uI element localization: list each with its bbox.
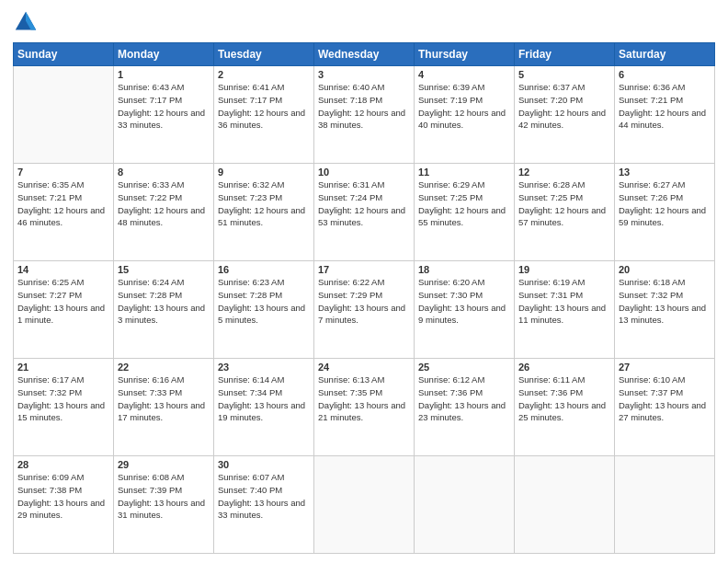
sunrise-text: Sunrise: 6:08 AM bbox=[118, 471, 210, 484]
daylight-text: Daylight: 13 hours and 1 minute. bbox=[17, 302, 109, 327]
sunset-text: Sunset: 7:26 PM bbox=[619, 191, 711, 204]
day-info: Sunrise: 6:32 AMSunset: 7:23 PMDaylight:… bbox=[218, 178, 310, 229]
day-cell: 10Sunrise: 6:31 AMSunset: 7:24 PMDayligh… bbox=[314, 164, 415, 261]
day-cell: 2Sunrise: 6:41 AMSunset: 7:17 PMDaylight… bbox=[214, 66, 314, 164]
day-info: Sunrise: 6:08 AMSunset: 7:39 PMDaylight:… bbox=[118, 471, 210, 522]
week-row-1: 1Sunrise: 6:43 AMSunset: 7:17 PMDaylight… bbox=[14, 66, 715, 164]
daylight-text: Daylight: 12 hours and 36 minutes. bbox=[218, 107, 310, 132]
day-info: Sunrise: 6:10 AMSunset: 7:37 PMDaylight:… bbox=[619, 373, 711, 424]
day-cell bbox=[14, 66, 114, 164]
day-number: 29 bbox=[118, 459, 210, 470]
day-cell: 27Sunrise: 6:10 AMSunset: 7:37 PMDayligh… bbox=[615, 359, 715, 456]
sunset-text: Sunset: 7:27 PM bbox=[17, 289, 109, 302]
sunrise-text: Sunrise: 6:36 AM bbox=[619, 81, 711, 94]
daylight-text: Daylight: 13 hours and 3 minutes. bbox=[118, 302, 210, 327]
daylight-text: Daylight: 13 hours and 15 minutes. bbox=[17, 399, 109, 425]
sunrise-text: Sunrise: 6:18 AM bbox=[619, 276, 711, 289]
daylight-text: Daylight: 12 hours and 53 minutes. bbox=[318, 204, 410, 230]
sunset-text: Sunset: 7:28 PM bbox=[118, 289, 210, 302]
day-cell: 16Sunrise: 6:23 AMSunset: 7:28 PMDayligh… bbox=[214, 261, 314, 359]
day-cell: 29Sunrise: 6:08 AMSunset: 7:39 PMDayligh… bbox=[114, 456, 214, 554]
day-cell bbox=[314, 456, 415, 554]
sunset-text: Sunset: 7:21 PM bbox=[17, 191, 109, 204]
day-info: Sunrise: 6:22 AMSunset: 7:29 PMDaylight:… bbox=[318, 276, 410, 327]
day-info: Sunrise: 6:11 AMSunset: 7:36 PMDaylight:… bbox=[518, 373, 610, 424]
day-info: Sunrise: 6:37 AMSunset: 7:20 PMDaylight:… bbox=[518, 81, 610, 132]
weekday-header-monday: Monday bbox=[114, 43, 214, 66]
day-number: 4 bbox=[418, 69, 510, 80]
sunrise-text: Sunrise: 6:07 AM bbox=[218, 471, 310, 484]
sunrise-text: Sunrise: 6:17 AM bbox=[17, 373, 109, 386]
sunset-text: Sunset: 7:36 PM bbox=[418, 386, 510, 399]
day-cell bbox=[615, 456, 715, 554]
daylight-text: Daylight: 12 hours and 46 minutes. bbox=[17, 204, 109, 230]
sunrise-text: Sunrise: 6:39 AM bbox=[418, 81, 510, 94]
sunset-text: Sunset: 7:39 PM bbox=[118, 484, 210, 497]
day-info: Sunrise: 6:25 AMSunset: 7:27 PMDaylight:… bbox=[17, 276, 109, 327]
day-info: Sunrise: 6:14 AMSunset: 7:34 PMDaylight:… bbox=[218, 373, 310, 424]
day-number: 15 bbox=[118, 264, 210, 275]
page: SundayMondayTuesdayWednesdayThursdayFrid… bbox=[0, 0, 728, 563]
daylight-text: Daylight: 13 hours and 13 minutes. bbox=[619, 302, 711, 327]
day-number: 18 bbox=[418, 264, 510, 275]
sunset-text: Sunset: 7:31 PM bbox=[518, 289, 610, 302]
sunrise-text: Sunrise: 6:29 AM bbox=[418, 178, 510, 191]
day-cell bbox=[415, 456, 515, 554]
logo bbox=[13, 9, 42, 35]
day-cell: 24Sunrise: 6:13 AMSunset: 7:35 PMDayligh… bbox=[314, 359, 415, 456]
day-info: Sunrise: 6:28 AMSunset: 7:25 PMDaylight:… bbox=[518, 178, 610, 229]
day-cell: 14Sunrise: 6:25 AMSunset: 7:27 PMDayligh… bbox=[14, 261, 114, 359]
sunset-text: Sunset: 7:35 PM bbox=[318, 386, 410, 399]
day-info: Sunrise: 6:18 AMSunset: 7:32 PMDaylight:… bbox=[619, 276, 711, 327]
day-info: Sunrise: 6:23 AMSunset: 7:28 PMDaylight:… bbox=[218, 276, 310, 327]
day-number: 8 bbox=[118, 167, 210, 178]
day-cell: 28Sunrise: 6:09 AMSunset: 7:38 PMDayligh… bbox=[14, 456, 114, 554]
sunset-text: Sunset: 7:33 PM bbox=[118, 386, 210, 399]
day-info: Sunrise: 6:41 AMSunset: 7:17 PMDaylight:… bbox=[218, 81, 310, 132]
weekday-header-friday: Friday bbox=[515, 43, 615, 66]
day-number: 25 bbox=[418, 362, 510, 373]
weekday-header-thursday: Thursday bbox=[415, 43, 515, 66]
sunset-text: Sunset: 7:36 PM bbox=[518, 386, 610, 399]
day-info: Sunrise: 6:19 AMSunset: 7:31 PMDaylight:… bbox=[518, 276, 610, 327]
day-cell: 17Sunrise: 6:22 AMSunset: 7:29 PMDayligh… bbox=[314, 261, 415, 359]
day-number: 24 bbox=[318, 362, 410, 373]
day-cell: 15Sunrise: 6:24 AMSunset: 7:28 PMDayligh… bbox=[114, 261, 214, 359]
day-number: 23 bbox=[218, 362, 310, 373]
day-number: 1 bbox=[118, 69, 210, 80]
daylight-text: Daylight: 12 hours and 51 minutes. bbox=[218, 204, 310, 230]
day-info: Sunrise: 6:36 AMSunset: 7:21 PMDaylight:… bbox=[619, 81, 711, 132]
daylight-text: Daylight: 13 hours and 9 minutes. bbox=[418, 302, 510, 327]
day-cell: 19Sunrise: 6:19 AMSunset: 7:31 PMDayligh… bbox=[515, 261, 615, 359]
sunset-text: Sunset: 7:18 PM bbox=[318, 94, 410, 107]
day-number: 22 bbox=[118, 362, 210, 373]
day-number: 2 bbox=[218, 69, 310, 80]
day-number: 21 bbox=[17, 362, 109, 373]
day-number: 6 bbox=[619, 69, 711, 80]
sunset-text: Sunset: 7:19 PM bbox=[418, 94, 510, 107]
daylight-text: Daylight: 12 hours and 42 minutes. bbox=[518, 107, 610, 132]
day-info: Sunrise: 6:33 AMSunset: 7:22 PMDaylight:… bbox=[118, 178, 210, 229]
sunset-text: Sunset: 7:32 PM bbox=[17, 386, 109, 399]
sunset-text: Sunset: 7:23 PM bbox=[218, 191, 310, 204]
sunset-text: Sunset: 7:32 PM bbox=[619, 289, 711, 302]
sunset-text: Sunset: 7:34 PM bbox=[218, 386, 310, 399]
sunrise-text: Sunrise: 6:40 AM bbox=[318, 81, 410, 94]
day-cell: 8Sunrise: 6:33 AMSunset: 7:22 PMDaylight… bbox=[114, 164, 214, 261]
daylight-text: Daylight: 13 hours and 23 minutes. bbox=[418, 399, 510, 425]
sunrise-text: Sunrise: 6:13 AM bbox=[318, 373, 410, 386]
daylight-text: Daylight: 12 hours and 48 minutes. bbox=[118, 204, 210, 230]
weekday-header-wednesday: Wednesday bbox=[314, 43, 415, 66]
day-number: 20 bbox=[619, 264, 711, 275]
day-cell: 23Sunrise: 6:14 AMSunset: 7:34 PMDayligh… bbox=[214, 359, 314, 456]
day-cell: 22Sunrise: 6:16 AMSunset: 7:33 PMDayligh… bbox=[114, 359, 214, 456]
week-row-3: 14Sunrise: 6:25 AMSunset: 7:27 PMDayligh… bbox=[14, 261, 715, 359]
day-info: Sunrise: 6:27 AMSunset: 7:26 PMDaylight:… bbox=[619, 178, 711, 229]
day-number: 16 bbox=[218, 264, 310, 275]
header bbox=[13, 9, 715, 35]
daylight-text: Daylight: 13 hours and 21 minutes. bbox=[318, 399, 410, 425]
daylight-text: Daylight: 12 hours and 57 minutes. bbox=[518, 204, 610, 230]
weekday-header-saturday: Saturday bbox=[615, 43, 715, 66]
day-number: 10 bbox=[318, 167, 410, 178]
weekday-header-row: SundayMondayTuesdayWednesdayThursdayFrid… bbox=[14, 43, 715, 66]
